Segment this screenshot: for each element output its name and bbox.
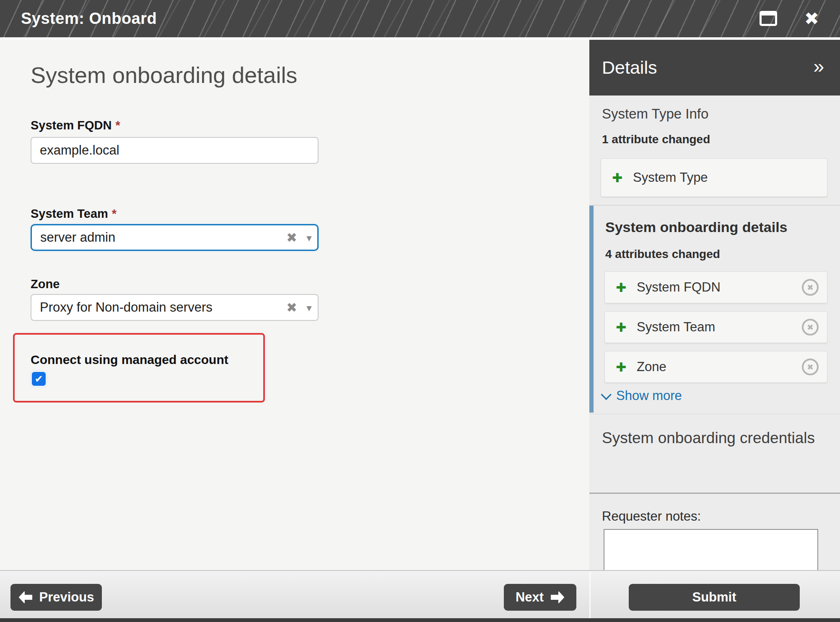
attribute-card-system-type: ✚ System Type [601, 158, 827, 197]
attribute-label: System Type [633, 170, 708, 185]
remove-attribute-icon[interactable]: ✖ [802, 279, 819, 296]
section-system-type-info-heading: System Type Info [602, 106, 708, 122]
details-panel-header: Details » [589, 40, 840, 95]
maximize-window-icon[interactable] [760, 11, 777, 26]
zone-combobox[interactable]: Proxy for Non-domain servers [31, 294, 319, 321]
plus-icon: ✚ [616, 360, 626, 374]
system-team-dropdown-icon[interactable]: ▼ [305, 233, 314, 243]
previous-button-label: Previous [39, 590, 94, 605]
window-bottom-edge [0, 618, 840, 622]
details-panel: Details » System Type Info 1 attribute c… [589, 40, 840, 570]
attribute-label: System Team [637, 320, 715, 335]
plus-icon: ✚ [616, 320, 626, 335]
titlebar: System: Onboard ✖ [0, 0, 840, 37]
system-team-label: System Team* [31, 207, 117, 221]
remove-attribute-icon[interactable]: ✖ [802, 319, 819, 336]
show-more-link[interactable]: Show more [604, 388, 682, 403]
arrow-left-icon [18, 591, 33, 603]
attribute-card-zone: ✚ Zone ✖ [604, 351, 827, 383]
section-credentials-heading: System onboarding credentials [602, 429, 815, 447]
attribute-card-system-team: ✚ System Team ✖ [604, 311, 827, 343]
zone-clear-icon[interactable]: ✖ [286, 300, 297, 315]
system-fqdn-input[interactable] [31, 137, 319, 164]
zone-value: Proxy for Non-domain servers [40, 300, 213, 315]
zone-label: Zone [31, 277, 60, 291]
chevron-down-icon [601, 389, 611, 400]
managed-account-checkbox[interactable]: ✔ [32, 372, 46, 386]
close-icon[interactable]: ✖ [804, 0, 819, 37]
section-onboarding-details-heading: System onboarding details [605, 219, 788, 235]
submit-button[interactable]: Submit [629, 584, 800, 611]
collapse-panel-icon[interactable]: » [813, 40, 824, 95]
active-section-indicator [589, 206, 594, 413]
required-marker: * [112, 207, 117, 220]
attribute-label: System FQDN [637, 280, 721, 295]
section-system-type-info-summary: 1 attribute changed [602, 133, 710, 146]
attribute-label: Zone [637, 359, 666, 374]
next-button[interactable]: Next [504, 584, 576, 611]
requester-notes-label: Requester notes: [602, 509, 701, 524]
managed-account-label: Connect using managed account [31, 353, 228, 367]
next-button-label: Next [516, 590, 544, 605]
system-team-value: server admin [40, 230, 115, 245]
required-marker: * [115, 119, 120, 132]
footer-divider [589, 571, 591, 619]
checkmark-icon: ✔ [34, 373, 43, 385]
section-onboarding-details-summary: 4 attributes changed [605, 248, 720, 261]
show-more-label: Show more [616, 388, 682, 403]
remove-attribute-icon[interactable]: ✖ [802, 359, 819, 375]
zone-label-text: Zone [31, 277, 60, 291]
section-divider [589, 414, 840, 414]
system-fqdn-label-text: System FQDN [31, 119, 111, 132]
app-window: System: Onboard ✖ System onboarding deta… [0, 0, 840, 622]
system-team-combobox[interactable]: server admin [31, 224, 319, 251]
details-panel-title: Details [602, 40, 657, 95]
arrow-right-icon [550, 591, 565, 603]
zone-dropdown-icon[interactable]: ▼ [305, 303, 314, 313]
plus-icon: ✚ [616, 280, 626, 295]
attribute-card-system-fqdn: ✚ System FQDN ✖ [604, 271, 827, 303]
page-title: System onboarding details [31, 62, 297, 88]
previous-button[interactable]: Previous [10, 584, 102, 611]
system-fqdn-label: System FQDN* [31, 119, 120, 132]
section-divider [589, 205, 840, 206]
notes-divider [589, 493, 840, 494]
plus-icon: ✚ [612, 170, 622, 185]
system-team-label-text: System Team [31, 207, 108, 220]
submit-button-label: Submit [692, 590, 736, 605]
system-team-clear-icon[interactable]: ✖ [286, 230, 297, 245]
highlight-annotation-box [13, 333, 265, 403]
footer-bar: Previous Next Submit [0, 570, 840, 618]
window-title: System: Onboard [21, 0, 157, 37]
